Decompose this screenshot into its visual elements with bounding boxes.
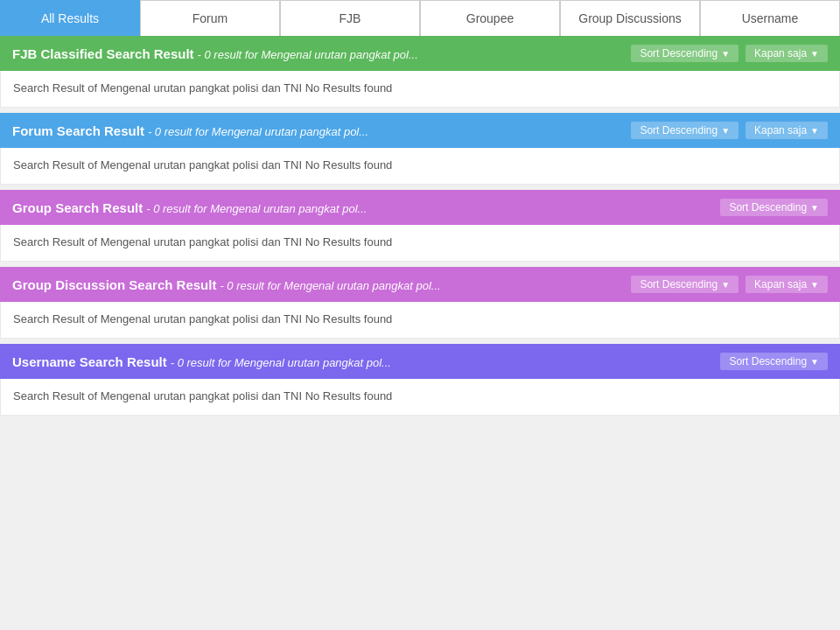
group-discussion-section: Group Discussion Search Result - 0 resul… <box>0 267 840 339</box>
fjb-no-results-text: Search Result of Mengenal urutan pangkat… <box>13 81 392 94</box>
username-section-body: Search Result of Mengenal urutan pangkat… <box>0 379 840 416</box>
username-sort-button[interactable]: Sort Descending ▼ <box>720 353 828 370</box>
forum-section-title: Forum Search Result <box>12 123 144 138</box>
fjb-time-button[interactable]: Kapan saja ▼ <box>746 45 828 62</box>
group-discussion-time-arrow-icon: ▼ <box>810 280 819 290</box>
group-section-body: Search Result of Mengenal urutan pangkat… <box>0 225 840 262</box>
tab-group-discussions[interactable]: Group Discussions <box>560 0 700 36</box>
forum-section-subtitle: - 0 result for Mengenal urutan pangkat p… <box>148 125 368 138</box>
group-discussion-header-left: Group Discussion Search Result - 0 resul… <box>12 277 441 292</box>
username-section: Username Search Result - 0 result for Me… <box>0 344 840 416</box>
group-discussion-sort-arrow-icon: ▼ <box>721 280 730 290</box>
group-section-title: Group Search Result <box>12 200 143 215</box>
fjb-time-arrow-icon: ▼ <box>810 49 819 59</box>
forum-time-arrow-icon: ▼ <box>810 126 819 136</box>
username-controls: Sort Descending ▼ <box>720 353 828 370</box>
fjb-sort-button[interactable]: Sort Descending ▼ <box>631 45 738 62</box>
forum-section-body: Search Result of Mengenal urutan pangkat… <box>0 148 840 185</box>
group-discussion-section-title: Group Discussion Search Result <box>12 277 216 292</box>
fjb-section-body: Search Result of Mengenal urutan pangkat… <box>0 71 840 108</box>
fjb-section-header: FJB Classified Search Result - 0 result … <box>0 36 840 71</box>
group-section-header: Group Search Result - 0 result for Menge… <box>0 190 840 225</box>
group-discussion-section-body: Search Result of Mengenal urutan pangkat… <box>0 302 840 339</box>
fjb-header-left: FJB Classified Search Result - 0 result … <box>12 46 418 61</box>
username-header-left: Username Search Result - 0 result for Me… <box>12 354 391 369</box>
fjb-section-title: FJB Classified Search Result <box>12 46 194 61</box>
group-discussion-section-subtitle: - 0 result for Mengenal urutan pangkat p… <box>220 279 440 292</box>
forum-controls: Sort Descending ▼ Kapan saja ▼ <box>631 122 828 139</box>
group-discussion-sort-button[interactable]: Sort Descending ▼ <box>631 276 738 293</box>
tab-all-results[interactable]: All Results <box>0 0 140 36</box>
tab-fjb[interactable]: FJB <box>280 0 420 36</box>
username-section-subtitle: - 0 result for Mengenal urutan pangkat p… <box>171 356 391 369</box>
tab-username[interactable]: Username <box>700 0 840 36</box>
fjb-section-subtitle: - 0 result for Mengenal urutan pangkat p… <box>198 48 418 61</box>
username-no-results-text: Search Result of Mengenal urutan pangkat… <box>13 389 392 402</box>
group-section-subtitle: - 0 result for Mengenal urutan pangkat p… <box>146 202 367 215</box>
username-sort-arrow-icon: ▼ <box>810 357 819 367</box>
tab-groupee[interactable]: Groupee <box>420 0 560 36</box>
username-section-title: Username Search Result <box>12 354 167 369</box>
group-controls: Sort Descending ▼ <box>720 199 828 216</box>
group-header-left: Group Search Result - 0 result for Menge… <box>12 200 367 215</box>
username-section-header: Username Search Result - 0 result for Me… <box>0 344 840 379</box>
fjb-sort-arrow-icon: ▼ <box>721 49 730 59</box>
forum-header-left: Forum Search Result - 0 result for Menge… <box>12 123 368 138</box>
forum-section: Forum Search Result - 0 result for Menge… <box>0 113 840 185</box>
fjb-controls: Sort Descending ▼ Kapan saja ▼ <box>631 45 828 62</box>
forum-section-header: Forum Search Result - 0 result for Menge… <box>0 113 840 148</box>
group-section: Group Search Result - 0 result for Menge… <box>0 190 840 262</box>
tab-bar: All Results Forum FJB Groupee Group Disc… <box>0 0 840 36</box>
fjb-section: FJB Classified Search Result - 0 result … <box>0 36 840 108</box>
group-discussion-controls: Sort Descending ▼ Kapan saja ▼ <box>631 276 828 293</box>
group-discussion-no-results-text: Search Result of Mengenal urutan pangkat… <box>13 312 392 326</box>
group-discussion-section-header: Group Discussion Search Result - 0 resul… <box>0 267 840 302</box>
forum-sort-button[interactable]: Sort Descending ▼ <box>631 122 738 139</box>
forum-sort-arrow-icon: ▼ <box>721 126 730 136</box>
group-sort-arrow-icon: ▼ <box>810 203 819 213</box>
tab-forum[interactable]: Forum <box>140 0 280 36</box>
forum-no-results-text: Search Result of Mengenal urutan pangkat… <box>13 158 392 172</box>
group-no-results-text: Search Result of Mengenal urutan pangkat… <box>13 235 392 248</box>
group-sort-button[interactable]: Sort Descending ▼ <box>720 199 828 216</box>
group-discussion-time-button[interactable]: Kapan saja ▼ <box>746 276 828 293</box>
forum-time-button[interactable]: Kapan saja ▼ <box>746 122 828 139</box>
